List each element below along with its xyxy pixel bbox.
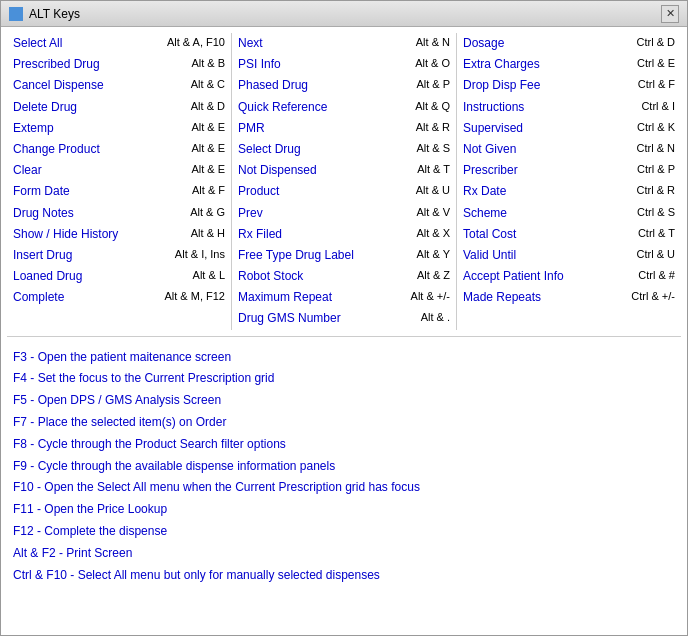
shortcut-row: DosageCtrl & D <box>461 33 677 54</box>
shortcut-key: Ctrl & +/- <box>631 288 675 307</box>
shortcut-key: Ctrl & E <box>637 55 675 74</box>
shortcut-key: Alt & L <box>193 267 225 286</box>
shortcut-row: Robot StockAlt & Z <box>236 266 452 287</box>
fkey-row: F8 - Cycle through the Product Search fi… <box>11 434 677 456</box>
shortcut-row: Loaned DrugAlt & L <box>11 266 227 287</box>
shortcut-row: Change ProductAlt & E <box>11 139 227 160</box>
shortcut-key: Alt & M, F12 <box>164 288 225 307</box>
shortcut-row: Show / Hide HistoryAlt & H <box>11 224 227 245</box>
shortcut-row: Phased DrugAlt & P <box>236 75 452 96</box>
fkey-row: F10 - Open the Select All menu when the … <box>11 477 677 499</box>
shortcut-label: Extra Charges <box>463 55 631 74</box>
close-button[interactable]: ✕ <box>661 5 679 23</box>
shortcut-label: Free Type Drug Label <box>238 246 411 265</box>
shortcut-label: Loaned Drug <box>13 267 187 286</box>
shortcut-row: CompleteAlt & M, F12 <box>11 287 227 308</box>
shortcut-row: ClearAlt & E <box>11 160 227 181</box>
shortcut-row: Quick ReferenceAlt & Q <box>236 97 452 118</box>
shortcut-key: Alt & P <box>416 76 450 95</box>
fkey-row: Alt & F2 - Print Screen <box>11 543 677 565</box>
fkey-row: F7 - Place the selected item(s) on Order <box>11 412 677 434</box>
shortcut-label: Extemp <box>13 119 185 138</box>
shortcut-row: Made RepeatsCtrl & +/- <box>461 287 677 308</box>
shortcut-label: Complete <box>13 288 158 307</box>
shortcut-label: PMR <box>238 119 410 138</box>
shortcut-row: PMRAlt & R <box>236 118 452 139</box>
shortcut-key: Alt & +/- <box>411 288 450 307</box>
shortcut-label: Rx Filed <box>238 225 410 244</box>
title-bar-title: ALT Keys <box>9 7 80 21</box>
shortcut-label: Show / Hide History <box>13 225 185 244</box>
shortcut-key: Alt & X <box>416 225 450 244</box>
shortcut-row: Total CostCtrl & T <box>461 224 677 245</box>
shortcut-row: SchemeCtrl & S <box>461 203 677 224</box>
shortcut-key: Ctrl & F <box>638 76 675 95</box>
shortcut-label: Prescriber <box>463 161 631 180</box>
shortcut-key: Alt & E <box>191 119 225 138</box>
shortcut-label: Drug GMS Number <box>238 309 415 328</box>
fkey-row: F4 - Set the focus to the Current Prescr… <box>11 368 677 390</box>
shortcut-key: Ctrl & I <box>641 98 675 117</box>
shortcut-row: Delete DrugAlt & D <box>11 97 227 118</box>
shortcut-key: Ctrl & T <box>638 225 675 244</box>
shortcut-key: Alt & O <box>415 55 450 74</box>
shortcut-label: Instructions <box>463 98 635 117</box>
shortcut-label: Product <box>238 182 410 201</box>
shortcut-row: Prescribed DrugAlt & B <box>11 54 227 75</box>
shortcut-key: Ctrl & D <box>637 34 676 53</box>
shortcut-label: Not Dispensed <box>238 161 411 180</box>
shortcut-row: ExtempAlt & E <box>11 118 227 139</box>
shortcut-row: PrevAlt & V <box>236 203 452 224</box>
shortcut-row: NextAlt & N <box>236 33 452 54</box>
shortcut-label: Total Cost <box>463 225 632 244</box>
shortcut-row: Insert DrugAlt & I, Ins <box>11 245 227 266</box>
shortcut-label: Not Given <box>463 140 631 159</box>
shortcut-label: Select Drug <box>238 140 410 159</box>
shortcut-key: Alt & D <box>191 98 225 117</box>
shortcut-key: Alt & Z <box>417 267 450 286</box>
shortcut-label: Next <box>238 34 410 53</box>
window-title: ALT Keys <box>29 7 80 21</box>
shortcut-key: Ctrl & R <box>637 182 676 201</box>
shortcut-row: PrescriberCtrl & P <box>461 160 677 181</box>
shortcut-key: Alt & S <box>416 140 450 159</box>
shortcut-key: Alt & T <box>417 161 450 180</box>
shortcut-label: Robot Stock <box>238 267 411 286</box>
fkey-row: F11 - Open the Price Lookup <box>11 499 677 521</box>
shortcut-row: Select DrugAlt & S <box>236 139 452 160</box>
shortcut-label: Delete Drug <box>13 98 185 117</box>
shortcut-label: Drop Disp Fee <box>463 76 632 95</box>
shortcut-label: Prescribed Drug <box>13 55 185 74</box>
shortcut-key: Alt & F <box>192 182 225 201</box>
shortcut-row: Not DispensedAlt & T <box>236 160 452 181</box>
shortcut-key: Alt & U <box>416 182 450 201</box>
shortcut-key: Alt & B <box>191 55 225 74</box>
shortcut-label: Quick Reference <box>238 98 409 117</box>
shortcut-key: Alt & Q <box>415 98 450 117</box>
shortcut-label: Select All <box>13 34 161 53</box>
shortcut-label: Prev <box>238 204 410 223</box>
shortcut-label: PSI Info <box>238 55 409 74</box>
shortcut-key: Ctrl & S <box>637 204 675 223</box>
shortcut-key: Alt & A, F10 <box>167 34 225 53</box>
shortcut-label: Dosage <box>463 34 631 53</box>
window-content: Select AllAlt & A, F10Prescribed DrugAlt… <box>1 27 687 598</box>
shortcut-key: Alt & N <box>416 34 450 53</box>
shortcut-row: Cancel DispenseAlt & C <box>11 75 227 96</box>
shortcut-label: Clear <box>13 161 185 180</box>
shortcut-label: Insert Drug <box>13 246 169 265</box>
fkey-row: F5 - Open DPS / GMS Analysis Screen <box>11 390 677 412</box>
shortcut-row: SupervisedCtrl & K <box>461 118 677 139</box>
shortcut-row: Select AllAlt & A, F10 <box>11 33 227 54</box>
shortcut-label: Made Repeats <box>463 288 625 307</box>
fkey-section: F3 - Open the patient maitenance screenF… <box>7 343 681 591</box>
shortcut-row: Drug NotesAlt & G <box>11 203 227 224</box>
shortcut-key: Alt & E <box>191 161 225 180</box>
column-2: NextAlt & NPSI InfoAlt & OPhased DrugAlt… <box>232 33 457 330</box>
fkey-row: F12 - Complete the dispense <box>11 521 677 543</box>
shortcut-row: PSI InfoAlt & O <box>236 54 452 75</box>
fkey-row: F3 - Open the patient maitenance screen <box>11 347 677 369</box>
shortcut-row: Extra ChargesCtrl & E <box>461 54 677 75</box>
column-3: DosageCtrl & DExtra ChargesCtrl & EDrop … <box>457 33 681 330</box>
shortcut-row: Rx DateCtrl & R <box>461 181 677 202</box>
